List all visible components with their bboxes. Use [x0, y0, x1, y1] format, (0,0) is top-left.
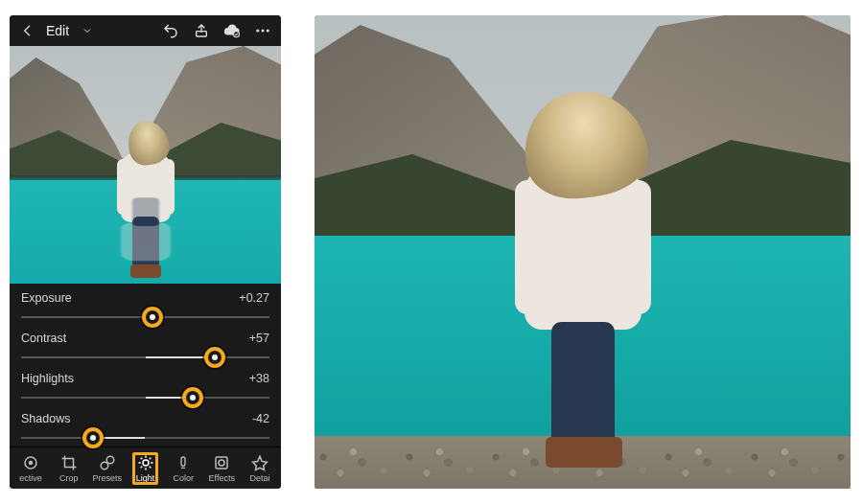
- slider-track[interactable]: [21, 349, 269, 366]
- svg-line-15: [149, 466, 151, 468]
- result-preview: [315, 15, 851, 489]
- svg-point-9: [143, 460, 149, 466]
- undo-icon[interactable]: [162, 22, 179, 39]
- svg-point-6: [29, 461, 32, 464]
- tool-crop[interactable]: Crop: [50, 450, 88, 487]
- detail-icon: [251, 454, 268, 471]
- crop-icon: [60, 454, 78, 471]
- slider-value: +0.27: [239, 291, 269, 305]
- slider-thumb[interactable]: [82, 427, 104, 448]
- svg-line-17: [149, 457, 151, 459]
- tool-label: Detai: [250, 473, 270, 483]
- cloud-sync-icon[interactable]: [223, 22, 241, 39]
- tool-label: Crop: [59, 473, 79, 483]
- tool-label: ective: [19, 473, 42, 483]
- tool-presets[interactable]: Presets: [88, 450, 127, 487]
- chevron-down-icon[interactable]: [79, 22, 96, 39]
- slider-track[interactable]: [21, 429, 269, 447]
- svg-point-4: [267, 30, 269, 33]
- slider-label: Contrast: [21, 332, 66, 345]
- selective-icon: [22, 454, 39, 471]
- top-bar: Edit: [10, 15, 281, 46]
- tool-color[interactable]: Color: [164, 450, 202, 487]
- edit-canvas[interactable]: [10, 46, 281, 284]
- presets-icon: [99, 454, 116, 471]
- tool-light[interactable]: Light: [127, 450, 165, 487]
- color-icon: [175, 454, 192, 471]
- slider-shadows: Shadows-42: [21, 412, 269, 447]
- svg-line-14: [140, 457, 142, 459]
- svg-rect-18: [181, 457, 185, 466]
- svg-rect-20: [216, 457, 227, 469]
- slider-exposure: Exposure+0.27: [21, 291, 269, 326]
- tool-label: Effects: [209, 473, 235, 483]
- tool-selective[interactable]: ective: [12, 450, 50, 487]
- slider-thumb[interactable]: [142, 307, 163, 328]
- slider-track[interactable]: [21, 389, 269, 406]
- tool-label: Light: [136, 473, 155, 483]
- back-icon[interactable]: [19, 22, 36, 39]
- effects-icon: [213, 454, 230, 471]
- tool-label: Color: [174, 473, 195, 483]
- slider-track[interactable]: [21, 309, 269, 326]
- screen-title: Edit: [46, 23, 69, 38]
- svg-point-3: [262, 30, 265, 33]
- mobile-editor: Edit: [10, 15, 281, 489]
- svg-point-7: [101, 462, 108, 470]
- share-icon[interactable]: [193, 22, 210, 39]
- tool-detail[interactable]: Detai: [241, 450, 279, 487]
- svg-marker-22: [253, 456, 268, 470]
- svg-point-21: [219, 460, 224, 466]
- svg-point-2: [256, 30, 259, 33]
- slider-thumb[interactable]: [204, 347, 225, 368]
- slider-label: Highlights: [21, 372, 74, 385]
- svg-point-8: [106, 456, 114, 464]
- slider-value: +38: [249, 372, 269, 385]
- bottom-toolbar: ective Crop Presets Light Color Effects …: [10, 447, 281, 489]
- light-panel: Exposure+0.27 Contrast+57 Highlights+38 …: [10, 284, 281, 447]
- svg-line-16: [140, 466, 142, 468]
- slider-thumb[interactable]: [182, 387, 203, 408]
- slider-contrast: Contrast+57: [21, 332, 269, 366]
- slider-label: Shadows: [21, 412, 70, 425]
- slider-value: +57: [249, 332, 269, 345]
- slider-highlights: Highlights+38: [21, 372, 269, 406]
- light-icon: [137, 454, 154, 471]
- slider-value: -42: [252, 412, 269, 425]
- tool-label: Presets: [92, 473, 122, 483]
- more-icon[interactable]: [254, 22, 271, 39]
- slider-label: Exposure: [21, 291, 72, 305]
- tool-effects[interactable]: Effects: [202, 450, 241, 487]
